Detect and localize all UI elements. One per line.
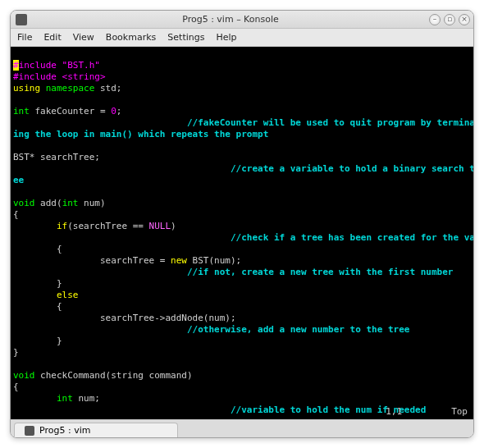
menu-view[interactable]: View <box>73 32 94 43</box>
tab-prog5[interactable]: Prog5 : vim <box>14 423 178 437</box>
menu-edit[interactable]: Edit <box>43 32 61 43</box>
terminal-icon <box>25 426 34 436</box>
close-button[interactable]: × <box>459 14 470 25</box>
window-title: Prog5 : vim – Konsole <box>32 14 429 25</box>
terminal-viewport[interactable]: #include "BST.h" #include <string> using… <box>11 47 473 419</box>
vim-statusline: 1,1 Top <box>13 406 471 418</box>
code-content: #include "BST.h" #include <string> using… <box>13 60 471 419</box>
tabbar: Prog5 : vim <box>11 419 473 437</box>
menu-settings[interactable]: Settings <box>167 32 204 43</box>
menu-bookmarks[interactable]: Bookmarks <box>106 32 156 43</box>
menubar: File Edit View Bookmarks Settings Help <box>11 29 473 47</box>
app-icon <box>16 14 27 25</box>
tab-label: Prog5 : vim <box>39 425 90 436</box>
scroll-position: Top <box>451 406 468 418</box>
window-controls: – ▫ × <box>429 14 470 25</box>
konsole-window: Prog5 : vim – Konsole – ▫ × File Edit Vi… <box>10 10 474 438</box>
minimize-button[interactable]: – <box>429 14 441 25</box>
cursor-position: 1,1 <box>386 406 402 418</box>
menu-help[interactable]: Help <box>216 32 236 43</box>
maximize-button[interactable]: ▫ <box>444 14 455 25</box>
titlebar[interactable]: Prog5 : vim – Konsole – ▫ × <box>11 11 473 29</box>
menu-file[interactable]: File <box>17 32 32 43</box>
